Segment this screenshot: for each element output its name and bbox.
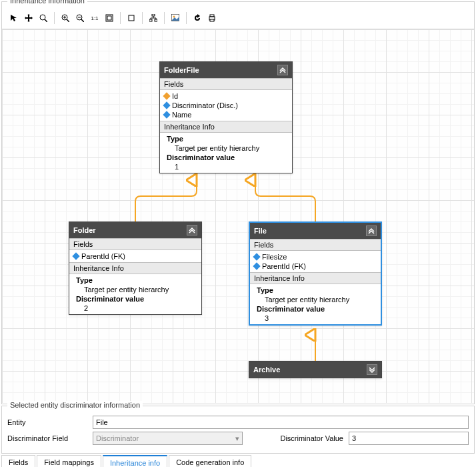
svg-rect-14 [155,19,157,21]
entity-title: Archive [253,366,280,374]
svg-rect-22 [210,15,214,17]
svg-rect-13 [149,19,152,21]
image-export-icon[interactable] [169,11,182,25]
inheritance-body: Type Target per entity hierarchy Discrim… [250,284,381,324]
print-icon[interactable] [205,11,219,25]
field-row[interactable]: Filesize [253,252,378,262]
collapse-icon[interactable] [187,225,197,236]
entity-title: Folder [73,226,96,234]
inheritance-body: Type Target per entity hierarchy Discrim… [160,133,292,173]
inheritance-header: Inheritance Info [69,262,201,274]
entity-archive[interactable]: Archive [249,361,382,378]
entity-title: File [254,227,267,235]
field-icon [163,111,170,118]
svg-rect-23 [210,19,214,21]
svg-line-8 [81,19,84,22]
separator [186,12,187,24]
field-icon [253,262,260,270]
panel-title: Inheritance information [7,0,87,5]
entity-folderfile[interactable]: FolderFile Fields Id Discriminator (Disc… [159,61,293,173]
discvalue-field[interactable] [349,432,469,445]
separator [164,12,165,24]
svg-rect-10 [107,16,111,20]
tab-field-mappings[interactable]: Field mappings [37,455,101,467]
entity-label: Entity [7,418,87,426]
inheritance-header: Inheritance Info [250,272,381,284]
field-icon [72,252,79,260]
svg-line-1 [45,19,47,22]
pan-tool-icon[interactable] [22,11,35,25]
field-row[interactable]: Name [163,110,289,119]
field-row[interactable]: ParentId (FK) [72,252,199,261]
collapse-icon[interactable] [366,225,377,236]
actual-size-icon[interactable] [125,11,138,25]
inheritance-body: Type Target per entity hierarchy Discrim… [69,274,201,314]
collapse-icon[interactable] [277,65,288,75]
svg-rect-11 [129,15,134,21]
detail-panel-title: Selected entity discriminator informatio… [7,401,143,409]
pointer-tool-icon[interactable] [7,11,21,25]
inheritance-header: Inheritance Info [160,121,292,133]
entity-title-bar[interactable]: Archive [249,362,381,378]
fields-header: Fields [250,239,381,251]
fields-body: Filesize ParentId (FK) [250,251,381,272]
diagram-canvas[interactable]: FolderFile Fields Id Discriminator (Disc… [2,29,474,403]
fields-body: Id Discriminator (Disc.) Name [160,90,292,121]
separator [54,12,55,24]
discfield-label: Discriminator Field [7,434,87,442]
entity-file[interactable]: File Fields Filesize ParentId (FK) Inher… [249,221,382,326]
entity-field[interactable] [93,416,469,429]
field-row[interactable]: ParentId (FK) [253,262,378,271]
discvalue-label: Discriminator Value [280,434,343,442]
entity-title-bar[interactable]: FolderFile [160,62,292,78]
field-row[interactable]: Discriminator (Disc.) [163,101,289,110]
diagram-toolbar: 1:1 [2,7,474,29]
entity-title: FolderFile [164,66,199,74]
entity-title-bar[interactable]: File [250,223,381,239]
tab-code-generation-info[interactable]: Code generation info [169,455,251,467]
entity-folder[interactable]: Folder Fields ParentId (FK) Inheritance … [69,221,202,315]
zoom-area-icon[interactable] [37,11,50,25]
entity-title-bar[interactable]: Folder [69,222,201,238]
zoom-out-icon[interactable] [73,11,87,25]
svg-line-5 [67,19,69,22]
bottom-tabs: Fields Field mappings Inheritance info C… [1,455,475,467]
fields-header: Fields [69,238,201,250]
tab-fields[interactable]: Fields [1,455,35,467]
field-icon [163,101,170,109]
fields-header: Fields [160,78,292,90]
chevron-down-icon: ▾ [235,434,239,443]
expand-icon[interactable] [367,364,377,375]
discfield-combo[interactable]: Discriminator ▾ [93,432,243,445]
inheritance-diagram-panel: Inheritance information 1:1 [1,1,475,404]
fields-body: ParentId (FK) [69,250,201,262]
hierarchy-icon[interactable] [147,11,160,25]
zoom-11-icon[interactable]: 1:1 [88,11,101,25]
pk-icon [163,92,170,99]
tab-inheritance-info[interactable]: Inheritance info [103,455,167,467]
separator [120,12,121,24]
field-icon [253,253,260,260]
svg-point-0 [40,15,45,20]
zoom-fit-icon[interactable] [103,11,116,25]
discriminator-detail-panel: Selected entity discriminator informatio… [1,406,475,454]
svg-rect-12 [152,14,155,16]
field-row[interactable]: Id [163,91,289,101]
zoom-in-icon[interactable] [59,11,72,25]
separator [142,12,143,24]
refresh-icon[interactable] [191,11,204,25]
